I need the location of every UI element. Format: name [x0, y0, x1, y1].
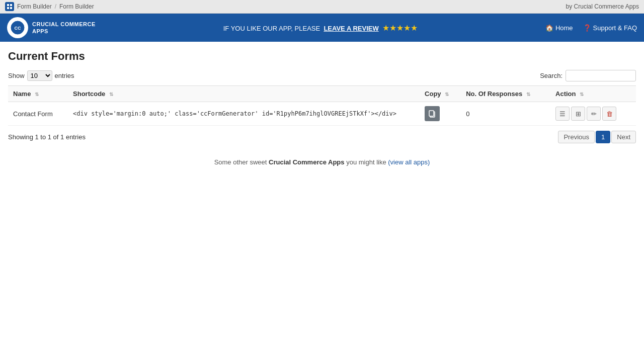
footer-brand: Crucial Commerce Apps: [269, 158, 345, 166]
next-button[interactable]: Next: [611, 131, 636, 143]
sort-icon-shortcode: ⇅: [109, 92, 113, 97]
app-icon: [5, 2, 14, 11]
edit-icon: ✏: [591, 110, 597, 118]
footer-note: Some other sweet Crucial Commerce Apps y…: [8, 158, 636, 166]
data-table: Name ⇅ Shortcode ⇅ Copy ⇅ No. Of Respons…: [8, 85, 636, 126]
cell-copy: [420, 102, 461, 126]
nav-links: 🏠 Home ❓ Support & FAQ: [545, 24, 637, 32]
leave-review-link[interactable]: LEAVE A REVIEW: [324, 25, 378, 32]
table-controls-bottom: Showing 1 to 1 of 1 entries Previous 1 N…: [8, 131, 636, 143]
previous-button[interactable]: Previous: [558, 131, 595, 143]
svg-rect-1: [10, 4, 12, 6]
pagination: Previous 1 Next: [558, 131, 636, 143]
search-input[interactable]: [566, 70, 636, 81]
page-title: Current Forms: [8, 50, 636, 63]
sort-icon-action: ⇅: [580, 92, 584, 97]
breadcrumb-separator: /: [55, 3, 56, 10]
edit-button[interactable]: ✏: [587, 107, 601, 121]
grid-view-button[interactable]: ⊞: [571, 107, 585, 121]
table-header-row: Name ⇅ Shortcode ⇅ Copy ⇅ No. Of Respons…: [8, 86, 636, 102]
col-action: Action ⇅: [550, 86, 636, 102]
support-icon: ❓: [583, 24, 591, 32]
main-content: Current Forms Show 10 25 50 100 entries …: [0, 42, 644, 362]
nav-stars: ★★★★★: [382, 24, 418, 32]
top-bar-credit: by Crucial Commerce Apps: [566, 3, 639, 10]
svg-text:CC: CC: [15, 26, 21, 31]
table-row: Contact Form <div style='margin:0 auto;'…: [8, 102, 636, 126]
entries-label: entries: [55, 72, 74, 79]
svg-rect-3: [10, 7, 12, 9]
col-shortcode: Shortcode ⇅: [68, 86, 420, 102]
delete-button[interactable]: 🗑: [602, 107, 616, 121]
cell-action: ☰ ⊞ ✏ 🗑: [550, 102, 636, 126]
nav-promo: IF YOU LIKE OUR APP, PLEASE LEAVE A REVI…: [96, 23, 545, 33]
support-link[interactable]: ❓ Support & FAQ: [583, 24, 637, 32]
breadcrumb-current: Form Builder: [59, 3, 94, 10]
home-icon: 🏠: [545, 24, 553, 32]
col-copy: Copy ⇅: [420, 86, 461, 102]
showing-entries: Showing 1 to 1 of 1 entries: [8, 133, 86, 141]
table-controls-top: Show 10 25 50 100 entries Search:: [8, 70, 636, 81]
col-name: Name ⇅: [8, 86, 68, 102]
search-box: Search:: [540, 70, 636, 81]
copy-button[interactable]: [425, 106, 440, 121]
breadcrumb-parent: Form Builder: [17, 3, 52, 10]
show-label: Show: [8, 72, 25, 79]
top-bar: Form Builder / Form Builder by Crucial C…: [0, 0, 644, 14]
show-entries: Show 10 25 50 100 entries: [8, 70, 74, 81]
cell-responses: 0: [461, 102, 550, 126]
nav-bar: CC CRUCIAL COMMERCE APPS IF YOU LIKE OUR…: [0, 14, 644, 42]
delete-icon: 🗑: [606, 110, 613, 118]
view-all-apps-link[interactable]: (view all apps): [388, 158, 430, 166]
cell-name: Contact Form: [8, 102, 68, 126]
svg-rect-2: [7, 7, 9, 9]
entries-select[interactable]: 10 25 50 100: [27, 70, 52, 81]
list-view-button[interactable]: ☰: [555, 107, 570, 121]
page-1-button[interactable]: 1: [596, 131, 610, 143]
logo-icon: CC: [7, 17, 28, 38]
home-link[interactable]: 🏠 Home: [545, 24, 573, 32]
col-responses: No. Of Responses ⇅: [461, 86, 550, 102]
search-label: Search:: [540, 72, 562, 79]
action-buttons: ☰ ⊞ ✏ 🗑: [555, 107, 631, 121]
grid-icon: ⊞: [576, 110, 581, 118]
sort-icon-name: ⇅: [35, 92, 39, 97]
cell-shortcode: <div style='margin:0 auto;' class='ccFor…: [68, 102, 420, 126]
sort-icon-copy: ⇅: [445, 92, 449, 97]
nav-logo: CC CRUCIAL COMMERCE APPS: [7, 17, 96, 38]
sort-icon-responses: ⇅: [526, 92, 530, 97]
list-icon: ☰: [559, 110, 566, 118]
svg-rect-7: [429, 111, 434, 116]
nav-logo-text: CRUCIAL COMMERCE APPS: [32, 21, 96, 35]
svg-rect-0: [7, 4, 9, 6]
